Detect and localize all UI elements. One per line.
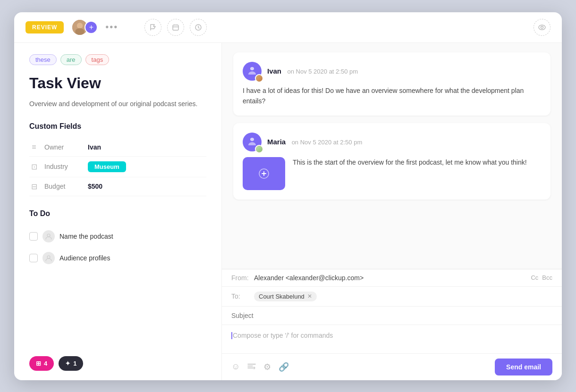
task-description: Overview and development of our original… [29, 99, 206, 109]
email-toolbar: ☺ ⚙ 🔗 Send email [222, 353, 562, 380]
comment-2-attachment: This is the start of the overview for th… [243, 157, 541, 190]
comment-1-header: Ivan on Nov 5 2020 at 2:50 pm [243, 62, 541, 81]
svg-point-8 [539, 25, 545, 30]
subject-row[interactable] [222, 307, 562, 325]
comment-1-time: on Nov 5 2020 at 2:50 pm [287, 68, 358, 75]
attachment-thumb[interactable] [243, 157, 285, 190]
comment-1-author: Ivan [267, 67, 281, 75]
industry-badge[interactable]: Museum [88, 161, 126, 172]
to-chip-name: Court Skabelund [259, 293, 305, 300]
status-badge[interactable]: REVIEW [25, 21, 64, 33]
budget-label: Budget [44, 183, 82, 190]
custom-fields-title: Custom Fields [29, 122, 206, 131]
comment-2-text: This is the start of the overview for th… [293, 157, 527, 167]
comment-2-time: on Nov 5 2020 at 2:50 pm [292, 139, 363, 146]
email-to-row[interactable]: To: Court Skabelund ✕ [222, 287, 562, 307]
todo-label-1: Name the podcast [59, 233, 113, 240]
comment-1-mini-avatar [255, 74, 263, 83]
cc-button[interactable]: Cc [531, 274, 538, 281]
svg-point-9 [541, 26, 543, 28]
todo-item-2: Audience profiles [29, 247, 206, 269]
todo-item-1: Name the podcast [29, 225, 206, 247]
industry-icon: ⊡ [29, 162, 39, 171]
more-options-button[interactable]: ••• [105, 22, 118, 33]
svg-point-11 [47, 256, 50, 259]
badge-dark-icon: ✦ [65, 360, 70, 367]
field-industry: ⊡ Industry Museum [29, 157, 206, 177]
comment-1: Ivan on Nov 5 2020 at 2:50 pm I have a l… [233, 52, 551, 116]
badge-dark[interactable]: ✦ 1 [59, 356, 83, 371]
todo-label-2: Audience profiles [59, 254, 110, 262]
email-from-row: From: Alexander <alexander@clickup.com> … [222, 269, 562, 287]
todo-user-icon-1 [42, 230, 55, 242]
svg-rect-3 [173, 25, 178, 30]
from-value: Alexander <alexander@clickup.com> [254, 274, 527, 282]
todo-section: To Do Name the podcast [29, 209, 206, 269]
custom-fields-section: Custom Fields ≡ Owner Ivan ⊡ Industry Mu… [29, 122, 206, 196]
top-bar: REVIEW + ••• [14, 12, 562, 43]
budget-icon: ⊟ [29, 182, 39, 191]
bottom-badges: ⊞ 4 ✦ 1 [29, 356, 83, 371]
comment-2: Maria on Nov 5 2020 at 2:50 pm This is t… [233, 123, 551, 200]
svg-point-2 [76, 28, 85, 34]
clock-icon-button[interactable] [190, 19, 207, 36]
settings-icon[interactable]: ⚙ [263, 362, 271, 372]
email-compose: From: Alexander <alexander@clickup.com> … [222, 269, 562, 380]
calendar-icon-button[interactable] [167, 19, 184, 36]
to-chip[interactable]: Court Skabelund ✕ [254, 292, 317, 301]
budget-value: $500 [88, 183, 102, 190]
comment-1-avatar [243, 62, 262, 81]
tags-row: these are tags [29, 54, 206, 65]
field-budget: ⊟ Budget $500 [29, 177, 206, 196]
compose-placeholder: Compose or type '/' for commands [233, 332, 333, 339]
emoji-icon[interactable]: ☺ [231, 362, 240, 372]
top-bar-icons [144, 19, 207, 36]
todo-checkbox-2[interactable] [29, 254, 38, 262]
industry-label: Industry [44, 163, 82, 170]
task-title: Task View [29, 75, 206, 92]
main-layout: these are tags Task View Overview and de… [14, 43, 562, 380]
app-window: REVIEW + ••• [14, 12, 562, 380]
avatar-group: + [71, 19, 98, 36]
tag-tags[interactable]: tags [85, 54, 110, 65]
compose-body[interactable]: Compose or type '/' for commands [222, 325, 562, 353]
badge-pink-count: 4 [44, 360, 47, 367]
svg-point-1 [77, 23, 83, 28]
from-label: From: [231, 274, 250, 282]
badge-pink-icon: ⊞ [36, 360, 41, 367]
comments-area: Ivan on Nov 5 2020 at 2:50 pm I have a l… [222, 43, 562, 269]
eye-icon-button[interactable] [534, 19, 551, 36]
flag-icon-button[interactable] [144, 19, 161, 36]
svg-point-10 [47, 234, 50, 237]
bcc-button[interactable]: Bcc [542, 274, 552, 281]
todo-title: To Do [29, 209, 206, 218]
todo-user-icon-2 [42, 252, 55, 264]
badge-pink[interactable]: ⊞ 4 [29, 356, 54, 371]
to-chip-remove[interactable]: ✕ [307, 293, 312, 300]
attachment-icon[interactable]: 🔗 [279, 362, 289, 372]
cc-bcc-buttons: Cc Bcc [531, 274, 552, 281]
text-cursor [231, 332, 232, 339]
formatting-icon[interactable] [247, 362, 256, 372]
owner-icon: ≡ [29, 143, 39, 151]
subject-input[interactable] [231, 312, 552, 319]
comment-1-text: I have a lot of ideas for this! Do we ha… [243, 85, 541, 107]
owner-value: Ivan [88, 143, 101, 151]
comment-2-meta: Maria on Nov 5 2020 at 2:50 pm [267, 138, 362, 146]
badge-dark-count: 1 [73, 360, 76, 367]
todo-checkbox-1[interactable] [29, 232, 38, 241]
comment-2-avatar [243, 133, 262, 151]
add-user-button[interactable]: + [85, 21, 98, 34]
tag-these[interactable]: these [29, 54, 57, 65]
right-panel: Ivan on Nov 5 2020 at 2:50 pm I have a l… [222, 43, 562, 380]
comment-2-header: Maria on Nov 5 2020 at 2:50 pm [243, 133, 541, 151]
send-email-button[interactable]: Send email [495, 359, 552, 375]
left-panel: these are tags Task View Overview and de… [14, 43, 222, 380]
field-owner: ≡ Owner Ivan [29, 138, 206, 157]
comment-2-mini-avatar [255, 145, 263, 153]
comment-2-author: Maria [267, 138, 286, 146]
owner-label: Owner [44, 143, 82, 151]
comment-1-meta: Ivan on Nov 5 2020 at 2:50 pm [267, 67, 358, 75]
to-label: To: [231, 292, 250, 300]
tag-are[interactable]: are [60, 54, 82, 65]
